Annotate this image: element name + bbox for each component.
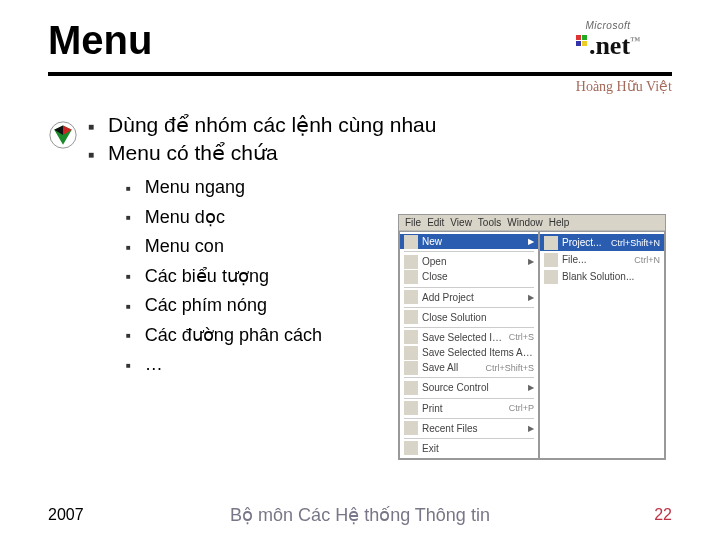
menubar-item: File	[405, 217, 421, 228]
menu-item-label: Print	[422, 403, 505, 414]
menu-item: Save Selected Items As...	[400, 345, 538, 360]
bullet-list-level1: Dùng để nhóm các lệnh cùng nhau Menu có …	[78, 113, 672, 165]
microsoft-word: Microsoft	[585, 20, 630, 31]
submenu-arrow-icon: ▶	[528, 424, 534, 433]
submenu-arrow-icon: ▶	[528, 257, 534, 266]
menu-separator	[404, 327, 534, 328]
list-item: Menu có thể chứa	[88, 141, 672, 165]
menu-item-shortcut: Ctrl+P	[509, 403, 534, 413]
menubar-item: Help	[549, 217, 570, 228]
menu-item: Close Solution	[400, 310, 538, 325]
menu-item: Project...Ctrl+Shift+N	[540, 234, 664, 251]
list-item: Dùng để nhóm các lệnh cùng nhau	[88, 113, 672, 137]
menu-item: Source Control▶	[400, 380, 538, 395]
menu-item-label: Save All	[422, 362, 481, 373]
menu-separator	[404, 287, 534, 288]
menu-item-label: Close Solution	[422, 312, 534, 323]
menu-item-icon	[404, 270, 418, 284]
menu-item-label: Project...	[562, 237, 607, 248]
slide: Menu Microsoft .net™ Hoàng Hữu Việt	[0, 0, 720, 540]
menu-item-label: Save Selected Items	[422, 332, 505, 343]
menu-item: Blank Solution...	[540, 268, 664, 285]
shield-icon	[49, 121, 77, 149]
dotnet-text: .net	[589, 31, 630, 60]
menu-item-label: File...	[562, 254, 630, 265]
menu-item-label: Close	[422, 271, 534, 282]
menu-item: New▶	[400, 234, 538, 249]
submenu-arrow-icon: ▶	[528, 293, 534, 302]
menubar-item: Window	[507, 217, 543, 228]
menu-item-icon	[404, 346, 418, 360]
menu-item-shortcut: Ctrl+Shift+S	[485, 363, 534, 373]
menu-item: Close	[400, 269, 538, 284]
menu-item-icon	[404, 290, 418, 304]
menubar-item: View	[450, 217, 472, 228]
menu-item-icon	[404, 421, 418, 435]
menu-item-label: Exit	[422, 443, 534, 454]
menu-item-label: New	[422, 236, 524, 247]
menu-item-icon	[404, 235, 418, 249]
menu-separator	[404, 307, 534, 308]
menu-separator	[404, 377, 534, 378]
menu-item-label: Open	[422, 256, 524, 267]
page-number: 22	[592, 506, 672, 524]
menu-item-icon	[544, 253, 558, 267]
menubar-item: Tools	[478, 217, 501, 228]
menu-item: Open▶	[400, 254, 538, 269]
menu-item: Exit	[400, 441, 538, 456]
menu-item-label: Save Selected Items As...	[422, 347, 534, 358]
menu-item-icon	[404, 401, 418, 415]
menu-item-shortcut: Ctrl+S	[509, 332, 534, 342]
menubar-item: Edit	[427, 217, 444, 228]
menu-item-icon	[404, 330, 418, 344]
submenu-arrow-icon: ▶	[528, 237, 534, 246]
menu-item-icon	[544, 236, 558, 250]
menu-column-left: New▶Open▶CloseAdd Project▶Close Solution…	[399, 231, 539, 459]
menubar: File Edit View Tools Window Help	[399, 215, 665, 231]
menu-column-right: Project...Ctrl+Shift+NFile...Ctrl+NBlank…	[539, 231, 665, 459]
menu-item: Recent Files▶	[400, 421, 538, 436]
menu-separator	[404, 398, 534, 399]
menu-item-label: Recent Files	[422, 423, 524, 434]
menu-item-icon	[404, 381, 418, 395]
menu-separator	[404, 438, 534, 439]
menu-item-label: Add Project	[422, 292, 524, 303]
menu-item-label: Source Control	[422, 382, 524, 393]
dotnet-logo: Microsoft .net™	[544, 16, 672, 64]
dotnet-word: .net™	[576, 31, 640, 61]
author-name: Hoàng Hữu Việt	[576, 78, 672, 95]
menu-item-shortcut: Ctrl+Shift+N	[611, 238, 660, 248]
menu-item: File...Ctrl+N	[540, 251, 664, 268]
trademark-icon: ™	[630, 35, 640, 46]
menu-separator	[404, 251, 534, 252]
menu-screenshot: File Edit View Tools Window Help New▶Ope…	[398, 214, 666, 460]
four-squares-icon	[576, 35, 587, 46]
menu-item: Add Project▶	[400, 289, 538, 304]
menu-item: PrintCtrl+P	[400, 400, 538, 415]
title-rule	[48, 72, 672, 76]
header-row: Menu Microsoft .net™	[48, 18, 672, 64]
menu-item: Save Selected ItemsCtrl+S	[400, 330, 538, 345]
footer-department: Bộ môn Các Hệ thống Thông tin	[128, 504, 592, 526]
menu-item-icon	[404, 361, 418, 375]
footer: 2007 Bộ môn Các Hệ thống Thông tin 22	[0, 504, 720, 526]
menu-item-icon	[404, 310, 418, 324]
menu-item-shortcut: Ctrl+N	[634, 255, 660, 265]
menu-item: Save AllCtrl+Shift+S	[400, 360, 538, 375]
menu-item-icon	[404, 255, 418, 269]
footer-year: 2007	[48, 506, 128, 524]
submenu-arrow-icon: ▶	[528, 383, 534, 392]
list-item: Menu ngang	[126, 177, 672, 198]
menu-item-icon	[544, 270, 558, 284]
menu-separator	[404, 418, 534, 419]
menu-item-icon	[404, 441, 418, 455]
menu-item-label: Blank Solution...	[562, 271, 660, 282]
slide-title: Menu	[48, 18, 152, 63]
